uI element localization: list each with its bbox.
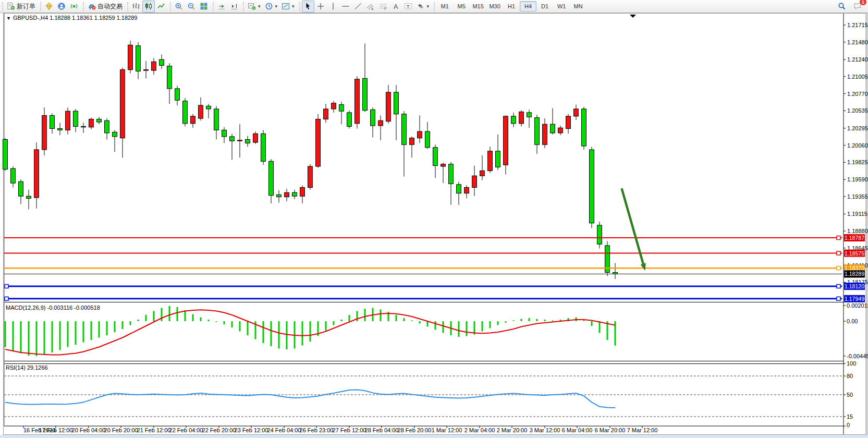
resistance-line-1-tag: 1.18787 [844, 234, 865, 241]
svg-text:1.18880: 1.18880 [847, 228, 868, 234]
chart-window: 1.217151.214801.212401.210051.207701.205… [0, 0, 868, 438]
svg-text:28 Feb 04:00: 28 Feb 04:00 [365, 427, 399, 433]
svg-text:-0.004451: -0.004451 [847, 353, 868, 359]
svg-text:23 Feb 12:00: 23 Feb 12:00 [235, 427, 268, 433]
svg-text:22 Feb 20:00: 22 Feb 20:00 [202, 427, 236, 433]
svg-text:3 Mar 12:00: 3 Mar 12:00 [530, 427, 560, 433]
svg-text:21 Feb 12:00: 21 Feb 12:00 [137, 427, 171, 433]
svg-text:1.20535: 1.20535 [847, 107, 868, 114]
macd-indicator-label: MACD(12,26,9) -0.003116 -0.000518 [6, 305, 100, 311]
svg-text:2 Mar 04:00: 2 Mar 04:00 [464, 427, 495, 433]
svg-text:1.21715: 1.21715 [847, 22, 868, 28]
svg-text:1.20060: 1.20060 [847, 142, 868, 149]
svg-text:24 Feb 04:00: 24 Feb 04:00 [267, 427, 301, 433]
svg-text:1.19825: 1.19825 [847, 159, 868, 165]
svg-text:0: 0 [847, 422, 850, 428]
svg-text:7 Mar 12:00: 7 Mar 12:00 [627, 427, 658, 433]
svg-text:1.17949: 1.17949 [845, 296, 864, 302]
support-line-2-tag: 1.17949 [844, 295, 865, 302]
svg-text:1.19355: 1.19355 [847, 193, 868, 200]
svg-text:0.002015: 0.002015 [847, 302, 868, 309]
svg-text:50: 50 [847, 392, 853, 398]
svg-text:17 Feb 12:00: 17 Feb 12:00 [39, 427, 73, 433]
svg-text:26 Feb 23:00: 26 Feb 23:00 [300, 427, 334, 433]
resistance-line-2-tag: 1.18575 [844, 250, 865, 257]
svg-text:1 Mar 12:00: 1 Mar 12:00 [432, 427, 462, 433]
svg-text:1.19590: 1.19590 [847, 176, 868, 182]
svg-text:20 Feb 04:00: 20 Feb 04:00 [72, 427, 106, 433]
svg-text:1.18289: 1.18289 [845, 271, 864, 277]
support-line-1-tag: 1.18120 [844, 283, 865, 290]
current-price-line-tag: 1.18289 [844, 270, 865, 277]
svg-text:1.19115: 1.19115 [847, 211, 867, 217]
svg-text:22 Feb 04:00: 22 Feb 04:00 [169, 427, 203, 433]
svg-text:1.20295: 1.20295 [847, 125, 868, 131]
svg-text:1.21240: 1.21240 [847, 56, 868, 63]
svg-text:1.18120: 1.18120 [845, 283, 864, 289]
svg-text:1.18575: 1.18575 [845, 250, 864, 257]
svg-text:20 Feb 20:00: 20 Feb 20:00 [104, 427, 138, 433]
svg-text:6 Mar 04:00: 6 Mar 04:00 [562, 427, 593, 433]
svg-text:27 Feb 12:00: 27 Feb 12:00 [333, 427, 366, 433]
svg-text:28 Feb 20:00: 28 Feb 20:00 [398, 427, 432, 433]
svg-text:6 Mar 20:00: 6 Mar 20:00 [595, 427, 626, 433]
time-axis[interactable]: 16 Feb 202317 Feb 12:0020 Feb 04:0020 Fe… [23, 426, 657, 433]
chart-canvas[interactable]: 1.217151.214801.212401.210051.207701.205… [0, 0, 868, 438]
svg-text:1.18787: 1.18787 [845, 235, 864, 241]
chart-title: GBPUSD-,H4 1.18288 1.18361 1.18259 1.182… [13, 15, 138, 21]
svg-text:0.00: 0.00 [847, 318, 858, 324]
svg-text:80: 80 [847, 373, 853, 379]
svg-text:15: 15 [847, 413, 853, 420]
chart-title-bar: ▼GBPUSD-,H4 1.18288 1.18361 1.18259 1.18… [6, 15, 137, 21]
svg-text:100: 100 [847, 360, 856, 367]
rsi-indicator-label: RSI(14) 29.1266 [6, 364, 48, 371]
svg-text:2 Mar 20:00: 2 Mar 20:00 [497, 427, 528, 433]
svg-text:1.21480: 1.21480 [847, 39, 868, 45]
mt4-window: 新订单自动交易▾▾▾EFAT▾M1M5M15M30H1H4D1W1MN1 1.2… [0, 0, 868, 438]
svg-text:1.21005: 1.21005 [847, 74, 868, 80]
svg-text:1.18370: 1.18370 [845, 265, 864, 271]
collapse-triangle-icon[interactable]: ▼ [6, 16, 11, 21]
svg-text:1.20770: 1.20770 [847, 91, 868, 97]
